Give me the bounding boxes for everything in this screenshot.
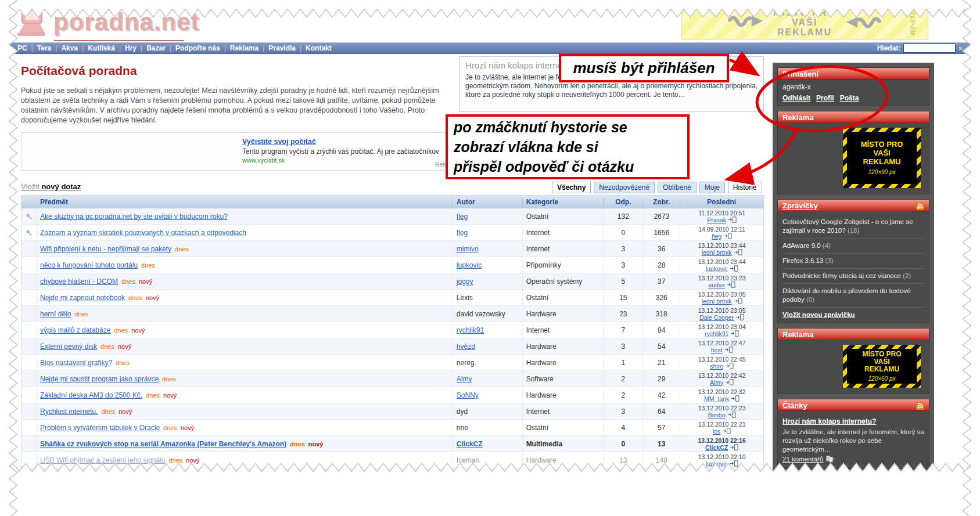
news-item[interactable]: Podvodnicke firmy utocia aj cez vianoce … xyxy=(782,268,924,283)
text-ad-link[interactable]: Vyčistite svoj počítač xyxy=(242,138,316,146)
nav-item-3[interactable]: Kutilská xyxy=(88,44,115,52)
nav-item-4[interactable]: Hry xyxy=(125,44,137,52)
news-header[interactable]: Zprávičky xyxy=(778,200,929,211)
header-category[interactable]: Kategorie xyxy=(523,198,604,206)
news-item[interactable]: AdAware 9.0 (4) xyxy=(782,238,924,253)
article-title-link[interactable]: Ako sa braniť proti podvodným firmám na … xyxy=(782,469,924,486)
last-post-user-link[interactable]: host xyxy=(711,477,723,483)
thread-author[interactable]: SoNNy xyxy=(457,391,479,399)
last-post-icon[interactable] xyxy=(734,298,742,304)
thread-author[interactable]: mimivo xyxy=(457,245,479,253)
last-post-user-link[interactable]: Prasak xyxy=(707,216,726,223)
tab-2[interactable]: Oblíbené xyxy=(658,182,697,193)
last-post-icon[interactable] xyxy=(725,477,733,483)
thread-subject-link[interactable]: něco k fungování tohoto portálu xyxy=(40,261,138,269)
thread-subject-link[interactable]: Základní deska AM3 do 2500 Kč. xyxy=(40,391,142,399)
last-post-icon[interactable] xyxy=(725,347,733,353)
thread-subject-link[interactable]: herní dělo xyxy=(40,310,71,318)
login-link-0[interactable]: Odhlásit xyxy=(782,94,810,102)
search-go-button[interactable]: » xyxy=(959,44,963,52)
last-post-user-link[interactable]: Bimbo xyxy=(708,412,726,418)
tab-3[interactable]: Moje xyxy=(699,182,725,193)
thread-subject-link[interactable]: Bios nastavení grafiky? xyxy=(40,359,112,367)
last-post-user-link[interactable]: lední brtník xyxy=(702,298,732,305)
last-post-icon[interactable] xyxy=(736,314,744,320)
nav-item-0[interactable]: PC xyxy=(17,44,27,52)
rss-icon[interactable] xyxy=(916,402,924,410)
news-item[interactable]: Celosvětový Google Zeitgeist - o co jsme… xyxy=(782,215,924,238)
articles-header[interactable]: Články xyxy=(778,399,929,411)
nav-item-1[interactable]: Tera xyxy=(37,44,51,52)
thread-subject-link[interactable]: Sháňka cz zvukových stop na seriál Amazo… xyxy=(40,440,286,448)
last-post-icon[interactable] xyxy=(726,379,734,385)
last-post-icon[interactable] xyxy=(734,249,742,255)
last-post-icon[interactable] xyxy=(731,330,739,337)
login-link-2[interactable]: Pošta xyxy=(840,94,859,102)
thread-subject-link[interactable]: Ake sluzby na pc.poradna.net by ste uvit… xyxy=(40,212,228,221)
last-post-icon[interactable] xyxy=(726,363,734,369)
news-item[interactable]: Diktování do mobilu s převodem do textov… xyxy=(782,283,924,307)
last-post-user-link[interactable]: host xyxy=(711,347,723,353)
thread-subject-link[interactable]: Problém s vytvářením tabulek v Oracle xyxy=(40,424,160,432)
last-post-user-link[interactable]: lupkovic xyxy=(706,265,728,272)
last-post-user-link[interactable]: audax xyxy=(708,282,725,288)
header-subject[interactable]: Předmět xyxy=(37,198,453,206)
thread-author[interactable]: Almy xyxy=(457,375,472,383)
thread-author[interactable]: joggy xyxy=(457,277,473,286)
last-post-user-link[interactable]: fleg xyxy=(712,233,721,240)
thread-subject-link[interactable]: notebook … xyxy=(40,489,78,497)
nav-item-2[interactable]: Akva xyxy=(61,44,78,52)
sidebar-ad-1[interactable]: MÍSTO PRO VAŠI REKLAMU 120×90 px xyxy=(843,128,921,188)
thread-author[interactable]: lupkovic xyxy=(457,261,482,269)
last-post-icon[interactable] xyxy=(730,460,738,467)
text-ad-url[interactable]: www.vycistit.sk xyxy=(242,157,439,164)
add-news-link[interactable]: Vložit novou zprávičku xyxy=(782,311,855,318)
nav-item-7[interactable]: Reklama xyxy=(230,44,259,52)
nav-item-5[interactable]: Bazar xyxy=(146,44,166,52)
article-comments-link[interactable]: 21 komentářů xyxy=(782,456,823,463)
header-replies[interactable]: Odp. xyxy=(604,198,643,206)
last-post-icon[interactable] xyxy=(728,216,737,223)
article-title-link[interactable]: Hrozí nám kolaps internetu? xyxy=(782,417,924,426)
rss-icon[interactable] xyxy=(916,202,924,210)
nav-item-8[interactable]: Pravidla xyxy=(268,44,296,52)
login-link-1[interactable]: Profil xyxy=(816,94,834,102)
last-post-user-link[interactable]: Almy xyxy=(710,379,723,386)
thread-subject-link[interactable]: USB Wifi přijímač a zesílení jeho signál… xyxy=(40,456,165,464)
last-post-icon[interactable] xyxy=(731,395,740,402)
last-post-icon[interactable] xyxy=(724,233,732,239)
thread-author[interactable]: fleg xyxy=(457,229,468,237)
thread-subject-link[interactable]: Nejde mi spustit program jako správce xyxy=(40,375,159,383)
last-post-user-link[interactable]: ClickCZ xyxy=(705,444,728,451)
last-post-user-link[interactable]: rychlik91 xyxy=(705,330,728,337)
news-item[interactable]: Firefox 3.6.13 (3) xyxy=(782,253,924,268)
last-post-icon[interactable] xyxy=(730,265,738,272)
thread-subject-link[interactable]: Rychlost internetu. xyxy=(40,407,98,416)
last-post-user-link[interactable]: lední brtník xyxy=(702,249,732,256)
last-post-icon[interactable] xyxy=(727,282,735,288)
thread-author[interactable]: fleg xyxy=(457,212,468,221)
thread-author[interactable]: rychlik91 xyxy=(457,326,484,334)
header-views[interactable]: Zobr. xyxy=(643,198,680,206)
thread-author[interactable]: ClickCZ xyxy=(457,440,483,448)
site-logo-title[interactable]: poradna.net xyxy=(53,8,199,36)
thread-subject-link[interactable]: chybové hlášení - DCOM xyxy=(40,277,118,286)
last-post-icon[interactable] xyxy=(728,412,736,418)
last-post-user-link[interactable]: lupkovic xyxy=(706,460,728,467)
last-post-user-link[interactable]: shiro xyxy=(710,363,723,370)
tab-0[interactable]: Všechny xyxy=(552,182,591,193)
last-post-icon[interactable] xyxy=(730,444,738,450)
thread-author[interactable]: hvězd xyxy=(457,342,475,351)
last-post-icon[interactable] xyxy=(723,428,731,434)
new-question-link[interactable]: Vložit nový dotaz xyxy=(21,182,81,191)
thread-subject-link[interactable]: výpis mailů z databáze xyxy=(40,326,110,334)
last-post-user-link[interactable]: MM_tank xyxy=(704,395,729,402)
top-ad-banner[interactable]: MÍSTO PRO VAŠI REKLAMU 468×60 px xyxy=(681,5,928,39)
sidebar-ad-2[interactable]: MÍSTO PRO VAŠI REKLAMU 120×60 px xyxy=(843,345,921,388)
tab-4[interactable]: Historie xyxy=(728,182,762,193)
header-lastpost[interactable]: Poslední xyxy=(680,198,763,206)
thread-subject-link[interactable]: Wifi připojení k netu - nepřijímají se p… xyxy=(40,245,171,253)
tab-1[interactable]: Nezodpovězené xyxy=(594,182,655,193)
search-input[interactable] xyxy=(903,44,956,53)
header-author[interactable]: Autor xyxy=(453,198,523,206)
